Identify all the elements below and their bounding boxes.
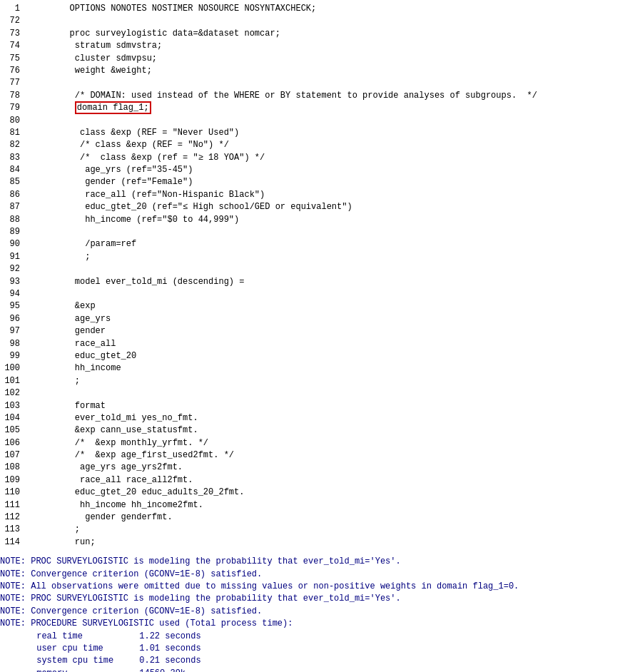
note-line: NOTE: PROCEDURE SURVEYLOGISTIC used (Tot… xyxy=(0,618,625,630)
line-content: hh_income xyxy=(29,362,625,375)
line-number: 112 xyxy=(0,511,29,524)
line-number: 100 xyxy=(0,362,29,375)
line-content: race_all race_all2fmt. xyxy=(29,474,625,487)
code-line: 83 /* class &exp (ref = "≥ 18 YOA") */ xyxy=(0,152,625,164)
line-content: model ever_told_mi (descending) = xyxy=(29,276,625,288)
code-line: 81 class &exp (REF = "Never Used") xyxy=(0,127,625,139)
line-content xyxy=(29,115,625,127)
line-number: 106 xyxy=(0,437,29,449)
line-number: 74 xyxy=(0,40,29,52)
code-line: 114 run; xyxy=(0,536,625,549)
code-line: 112 gender genderfmt. xyxy=(0,511,625,524)
line-number: 83 xyxy=(0,152,29,164)
line-number: 98 xyxy=(0,338,29,350)
note-line: NOTE: Convergence criterion (GCONV=1E-8)… xyxy=(0,569,625,581)
line-number: 77 xyxy=(0,77,29,89)
line-content: educ_gtet_20 xyxy=(29,350,625,362)
line-content: educ_gtet_20 educ_adults_20_2fmt. xyxy=(29,487,625,499)
code-line: 96 age_yrs xyxy=(0,313,625,325)
line-content xyxy=(29,226,625,238)
note-line: NOTE: PROC SURVEYLOGISTIC is modeling th… xyxy=(0,593,625,605)
line-content: age_yrs (ref="35-45") xyxy=(29,164,625,176)
code-line: 77 xyxy=(0,77,625,89)
code-line: 79 domain flag_1; xyxy=(0,102,625,114)
line-content: gender genderfmt. xyxy=(29,511,625,524)
line-number: 92 xyxy=(0,263,29,275)
code-line: 111 hh_income hh_income2fmt. xyxy=(0,499,625,511)
note-line: NOTE: Convergence criterion (GCONV=1E-8)… xyxy=(0,606,625,618)
proc-details-area: real time 1.22 seconds user cpu time 1.0… xyxy=(0,631,625,672)
line-number: 84 xyxy=(0,164,29,176)
proc-detail-line: memory 14560.29k xyxy=(0,668,625,672)
code-line: 1 OPTIONS NONOTES NOSTIMER NOSOURCE NOSY… xyxy=(0,3,625,15)
line-number: 95 xyxy=(0,300,29,312)
line-content: ; xyxy=(29,524,625,536)
line-number: 90 xyxy=(0,238,29,250)
line-number: 113 xyxy=(0,524,29,536)
line-number: 86 xyxy=(0,189,29,201)
code-line: 93 model ever_told_mi (descending) = xyxy=(0,276,625,288)
line-content: hh_income hh_income2fmt. xyxy=(29,499,625,511)
code-line: 87 educ_gtet_20 (ref="≤ High school/GED … xyxy=(0,201,625,213)
line-content: class &exp (REF = "Never Used") xyxy=(29,127,625,139)
line-number: 102 xyxy=(0,387,29,399)
code-line: 104 ever_told_mi yes_no_fmt. xyxy=(0,412,625,424)
proc-detail-line: real time 1.22 seconds xyxy=(0,631,625,643)
line-content: cluster sdmvpsu; xyxy=(29,53,625,65)
code-line: 110 educ_gtet_20 educ_adults_20_2fmt. xyxy=(0,487,625,499)
line-content: ; xyxy=(29,251,625,263)
code-editor: 1 OPTIONS NONOTES NOSTIMER NOSOURCE NOSY… xyxy=(0,0,625,551)
line-content xyxy=(29,15,625,27)
line-number: 111 xyxy=(0,499,29,511)
highlighted-code: domain flag_1; xyxy=(75,101,151,114)
line-content: proc surveylogistic data=&dataset nomcar… xyxy=(29,28,625,40)
line-content xyxy=(29,77,625,89)
line-number: 114 xyxy=(0,536,29,549)
line-content: /* &exp monthly_yrfmt. */ xyxy=(29,437,625,449)
code-line: 107 /* &exp age_first_used2fmt. */ xyxy=(0,449,625,462)
code-line: 73 proc surveylogistic data=&dataset nom… xyxy=(0,28,625,40)
code-line: 88 hh_income (ref="$0 to 44,999") xyxy=(0,214,625,226)
line-content: /param=ref xyxy=(29,238,625,250)
code-line: 80 xyxy=(0,115,625,127)
line-number: 110 xyxy=(0,487,29,499)
line-content: race_all (ref="Non-Hispanic Black") xyxy=(29,189,625,201)
code-line: 91 ; xyxy=(0,251,625,263)
code-line: 85 gender (ref="Female") xyxy=(0,176,625,188)
code-line: 99 educ_gtet_20 xyxy=(0,350,625,362)
code-line: 75 cluster sdmvpsu; xyxy=(0,53,625,65)
code-line: 100 hh_income xyxy=(0,362,625,375)
line-content: hh_income (ref="$0 to 44,999") xyxy=(29,214,625,226)
line-number: 72 xyxy=(0,15,29,27)
note-line: NOTE: All observations were omitted due … xyxy=(0,581,625,593)
code-line: 84 age_yrs (ref="35-45") xyxy=(0,164,625,176)
code-line: 95 &exp xyxy=(0,300,625,312)
line-content: format xyxy=(29,400,625,412)
line-content: gender xyxy=(29,325,625,337)
line-number: 101 xyxy=(0,375,29,387)
code-line: 105 &exp cann_use_statusfmt. xyxy=(0,424,625,437)
code-line: 82 /* class &exp (REF = "No") */ xyxy=(0,139,625,151)
line-content: /* class &exp (REF = "No") */ xyxy=(29,139,625,151)
code-line: 92 xyxy=(0,263,625,275)
line-number: 87 xyxy=(0,201,29,213)
line-number: 99 xyxy=(0,350,29,362)
line-content: race_all xyxy=(29,338,625,350)
line-number: 108 xyxy=(0,462,29,474)
line-number: 97 xyxy=(0,325,29,337)
line-content: gender (ref="Female") xyxy=(29,176,625,188)
line-content: domain flag_1; xyxy=(29,102,625,114)
code-line: 76 weight &weight; xyxy=(0,65,625,77)
line-number: 85 xyxy=(0,176,29,188)
line-content: &exp xyxy=(29,300,625,312)
code-line: 97 gender xyxy=(0,325,625,337)
line-number: 104 xyxy=(0,412,29,424)
line-number: 103 xyxy=(0,400,29,412)
line-number: 80 xyxy=(0,115,29,127)
code-line: 106 /* &exp monthly_yrfmt. */ xyxy=(0,437,625,449)
note-line: NOTE: PROC SURVEYLOGISTIC is modeling th… xyxy=(0,556,625,568)
line-number: 91 xyxy=(0,251,29,263)
code-line: 78 /* DOMAIN: used instead of the WHERE … xyxy=(0,90,625,102)
code-line: 101 ; xyxy=(0,375,625,387)
code-line: 103 format xyxy=(0,400,625,412)
